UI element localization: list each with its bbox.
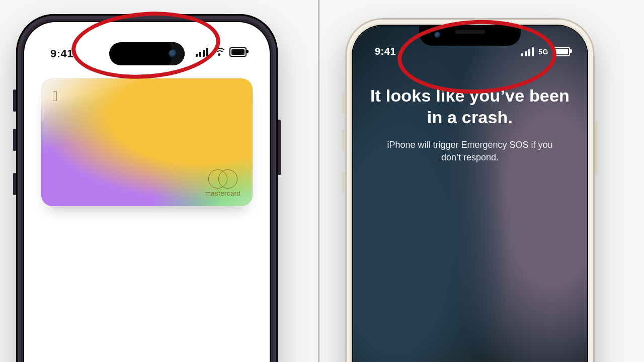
phone-right-screen: 9:41 5G It looks like you’ve been in a c… [353, 26, 587, 362]
status-time: 9:41 [50, 47, 73, 60]
earpiece-speaker-icon [455, 30, 485, 34]
battery-icon [229, 47, 247, 57]
apple-card:  mastercard [41, 78, 253, 206]
crash-headline: It looks like you’ve been in a crash. [367, 85, 573, 128]
panel-divider [318, 0, 319, 362]
phone-right-frame: 9:41 5G It looks like you’ve been in a c… [345, 18, 595, 362]
phone-left-screen: 9:41  mastercard [24, 22, 270, 362]
status-time: 9:41 [375, 46, 396, 57]
network-type-label: 5G [538, 48, 548, 56]
crash-subline: iPhone will trigger Emergency SOS if you… [379, 139, 560, 164]
phone-left-frame: 9:41  mastercard [16, 14, 278, 362]
battery-icon [553, 47, 570, 56]
apple-logo-icon:  [52, 87, 58, 105]
front-camera-icon [434, 32, 441, 39]
cellular-bars-icon [521, 47, 534, 56]
status-bar: 9:41 5G [353, 42, 587, 64]
status-right-cluster [196, 47, 247, 57]
card-brand-label: mastercard [205, 190, 240, 197]
front-camera-icon [169, 49, 178, 58]
mastercard-rings-icon [208, 169, 237, 188]
wifi-icon [213, 48, 224, 57]
card-brand-mark: mastercard [205, 169, 240, 197]
dynamic-island [109, 42, 185, 65]
crash-detection-message: It looks like you’ve been in a crash. iP… [353, 85, 587, 164]
status-right-cluster: 5G [521, 47, 570, 56]
cellular-bars-icon [196, 48, 208, 57]
comparison-stage: 9:41  mastercard [0, 0, 644, 362]
